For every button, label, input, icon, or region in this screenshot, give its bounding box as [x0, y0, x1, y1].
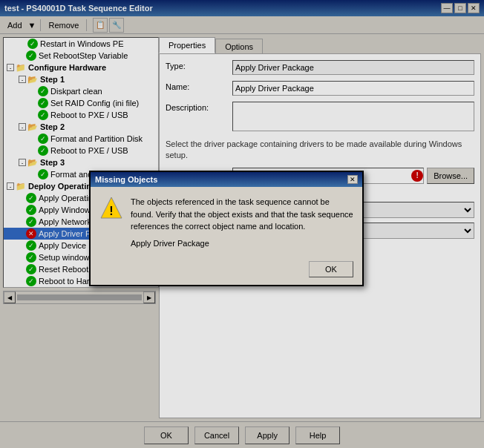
missing-objects-dialog: Missing Objects ✕ ! The objects referenc…: [89, 171, 364, 286]
warning-triangle-icon: !: [99, 196, 123, 220]
dialog-message: The objects referenced in the task seque…: [131, 196, 353, 233]
dialog-item-name: Apply Driver Package: [131, 239, 353, 248]
warning-icon-container: !: [99, 196, 123, 220]
dialog-body: ! The objects referenced in the task seq…: [91, 187, 362, 257]
dialog-text-area: The objects referenced in the task seque…: [131, 196, 353, 248]
svg-text:!: !: [109, 205, 113, 217]
dialog-footer: OK: [91, 257, 362, 285]
dialog-ok-button[interactable]: OK: [309, 261, 353, 277]
dialog-title: Missing Objects: [95, 175, 157, 184]
dialog-close-button[interactable]: ✕: [347, 175, 358, 184]
dialog-title-bar: Missing Objects ✕: [91, 172, 362, 187]
dialog-overlay: Missing Objects ✕ ! The objects referenc…: [0, 0, 484, 448]
